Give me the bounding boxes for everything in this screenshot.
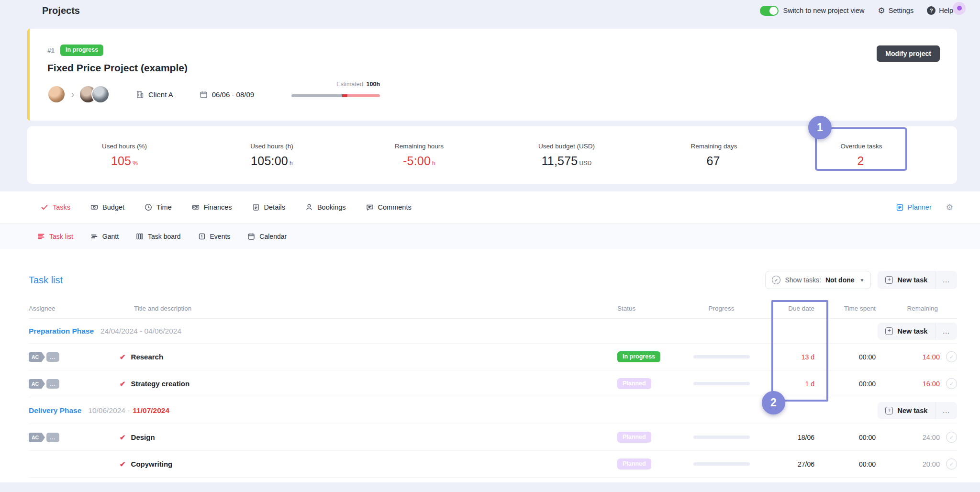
stat-used-hours: Used hours (h) 105:00h xyxy=(198,143,345,168)
remaining-value[interactable]: 24:00 xyxy=(923,434,940,441)
calendar-icon xyxy=(200,90,208,99)
page-title: Projects xyxy=(42,5,80,16)
status-badge[interactable]: Planned xyxy=(617,378,651,390)
phase-row-delivery: Delivery Phase 10/06/2024 - 11/07/2024 +… xyxy=(29,397,957,424)
assignee-more-button[interactable]: ... xyxy=(46,433,59,442)
task-list-title: Task list xyxy=(29,275,63,286)
plus-icon: + xyxy=(885,407,893,414)
building-icon xyxy=(136,90,144,99)
toggle-label: Switch to new project view xyxy=(783,7,864,14)
phase-name[interactable]: Preparation Phase xyxy=(29,327,94,335)
new-project-view-toggle[interactable]: Switch to new project view xyxy=(760,6,864,16)
clock-icon xyxy=(145,203,152,211)
task-row-copywriting: ✔ Copywriting Planned 27/06 00:00 20:00 … xyxy=(29,451,957,478)
subtab-calendar[interactable]: Calendar xyxy=(247,233,287,240)
task-title[interactable]: Copywriting xyxy=(131,460,173,468)
phase-more-button[interactable]: ... xyxy=(935,402,957,419)
task-title[interactable]: Design xyxy=(131,433,155,441)
person-icon xyxy=(305,203,313,211)
project-dates[interactable]: 06/06 - 08/09 xyxy=(200,90,254,99)
document-icon xyxy=(252,203,260,211)
project-client[interactable]: Client A xyxy=(136,90,173,99)
tab-finances[interactable]: Finances xyxy=(192,203,232,211)
tab-comments[interactable]: Comments xyxy=(366,203,412,211)
remaining-value[interactable]: 20:00 xyxy=(923,460,940,468)
modify-project-button[interactable]: Modify project xyxy=(877,45,940,62)
task-title[interactable]: Research xyxy=(131,353,164,361)
settings-button[interactable]: ⚙ Settings xyxy=(878,7,914,15)
due-date-value[interactable]: 27/06 xyxy=(763,460,818,468)
col-due-date: Due date xyxy=(763,305,818,312)
settings-label: Settings xyxy=(889,7,913,14)
assignee-more-button[interactable]: ... xyxy=(46,379,59,389)
subtab-task-list[interactable]: Task list xyxy=(37,233,73,240)
due-date-value[interactable]: 1 d xyxy=(763,380,818,388)
new-task-button[interactable]: + New task xyxy=(878,271,935,289)
estimated-progress: Estimated: 100h xyxy=(291,91,380,97)
remaining-value[interactable]: 14:00 xyxy=(923,353,940,361)
chevron-right-icon: › xyxy=(71,89,74,100)
phase-name[interactable]: Delivery Phase xyxy=(29,406,81,415)
plus-icon: + xyxy=(885,327,893,335)
show-tasks-filter[interactable]: ✓ Show tasks: Not done ▼ xyxy=(765,271,871,289)
status-badge[interactable]: In progress xyxy=(617,351,660,363)
phase-row-preparation: Preparation Phase 24/04/2024 - 04/06/202… xyxy=(29,319,957,344)
task-list-panel: Task list ✓ Show tasks: Not done ▼ + New… xyxy=(0,249,980,482)
assignee-tag[interactable]: AC xyxy=(29,433,42,442)
phase-more-button[interactable]: ... xyxy=(935,323,957,340)
status-badge[interactable]: Planned xyxy=(617,432,651,443)
mark-done-icon[interactable]: ✓ xyxy=(946,458,957,470)
estimated-value: 100h xyxy=(367,81,380,88)
time-spent-value[interactable]: 00:00 xyxy=(818,353,885,361)
plus-icon: + xyxy=(885,276,893,284)
phase-new-task-button[interactable]: + New task xyxy=(878,323,935,340)
time-spent-value[interactable]: 00:00 xyxy=(818,434,885,441)
task-progress-bar xyxy=(693,462,750,466)
tab-settings-gear-icon[interactable]: ⚙ xyxy=(946,202,953,212)
mark-done-icon[interactable]: ✓ xyxy=(946,378,957,389)
subtab-gantt[interactable]: Gantt xyxy=(90,233,119,240)
tab-tasks[interactable]: Tasks xyxy=(41,203,70,211)
new-task-group: + New task ... xyxy=(878,271,957,289)
phase-new-task-group: + New task ... xyxy=(878,402,957,419)
subtab-events[interactable]: Events xyxy=(198,233,231,240)
help-label: Help xyxy=(939,7,953,14)
show-tasks-value: Not done xyxy=(825,276,855,284)
planner-link[interactable]: Planner xyxy=(896,203,932,212)
due-date-value[interactable]: 13 d xyxy=(763,353,818,361)
assignee-tag[interactable]: AC xyxy=(29,379,42,389)
phase-new-task-button[interactable]: + New task xyxy=(878,402,935,419)
subtab-task-board[interactable]: Task board xyxy=(136,233,180,240)
mark-done-icon[interactable]: ✓ xyxy=(946,351,957,362)
toggle-switch-icon[interactable] xyxy=(760,6,779,16)
assignee-tag[interactable]: AC xyxy=(29,352,42,362)
tab-budget[interactable]: Budget xyxy=(90,203,124,211)
col-progress: Progress xyxy=(679,305,763,312)
owner-avatar[interactable] xyxy=(47,85,66,103)
top-bar: Projects Switch to new project view ⚙ Se… xyxy=(0,0,980,21)
project-status-badge: In progress xyxy=(60,45,103,56)
help-button[interactable]: ? Help xyxy=(927,6,953,15)
member-avatar[interactable] xyxy=(91,85,110,103)
time-spent-value[interactable]: 00:00 xyxy=(818,380,885,388)
task-title[interactable]: Strategy creation xyxy=(131,380,190,388)
task-progress-bar xyxy=(693,382,750,385)
estimated-label: Estimated: 100h xyxy=(336,81,380,88)
notification-beacon-icon[interactable] xyxy=(953,2,966,15)
remaining-value[interactable]: 16:00 xyxy=(923,380,940,388)
time-spent-value[interactable]: 00:00 xyxy=(818,460,885,468)
status-badge[interactable]: Planned xyxy=(617,458,651,470)
list-icon xyxy=(37,233,45,240)
progress-limit-segment xyxy=(342,94,347,97)
tab-bookings[interactable]: Bookings xyxy=(305,203,346,211)
table-header-row: Assignee Title and description Status Pr… xyxy=(29,299,957,319)
project-header-line: #1 In progress xyxy=(47,44,940,56)
task-progress-bar xyxy=(693,355,750,358)
assignee-more-button[interactable]: ... xyxy=(46,352,59,362)
tab-time[interactable]: Time xyxy=(145,203,172,211)
task-check-icon: ✔ xyxy=(120,353,126,361)
mark-done-icon[interactable]: ✓ xyxy=(946,432,957,443)
tab-details[interactable]: Details xyxy=(252,203,285,211)
more-options-button[interactable]: ... xyxy=(935,271,957,289)
due-date-value[interactable]: 18/06 xyxy=(763,434,818,441)
